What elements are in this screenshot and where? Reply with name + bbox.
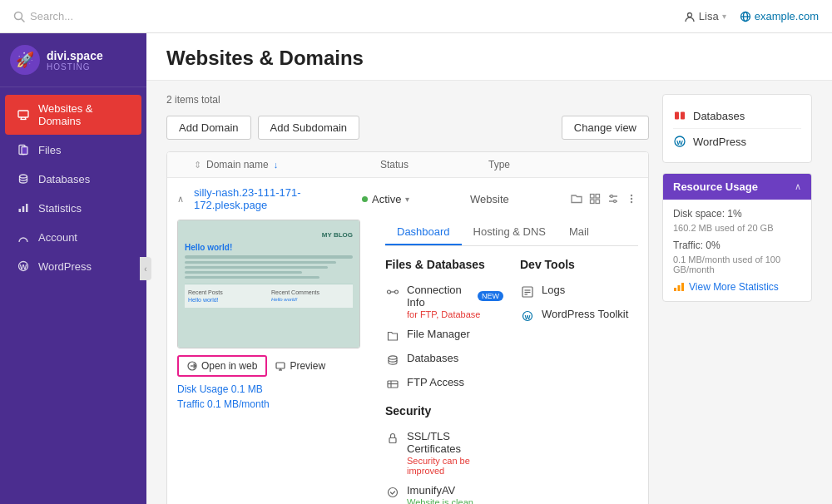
tab-mail[interactable]: Mail: [557, 220, 601, 245]
topbar-right: Lisa ▾ example.com: [684, 10, 819, 22]
expand-chevron[interactable]: ∧: [177, 194, 194, 205]
files-databases-title: Files & Databases: [385, 258, 503, 271]
domain-label: example.com: [755, 10, 819, 22]
svg-rect-59: [678, 285, 681, 291]
domain-link[interactable]: example.com: [740, 10, 819, 22]
traffic-stat-sub: 0.1 MB/month used of 100 GB/month: [673, 254, 801, 274]
sidebar-toggle[interactable]: ‹: [140, 257, 151, 280]
preview-actions: Open in web Preview: [177, 355, 369, 377]
sidebar-label-wordpress: WordPress: [38, 260, 92, 273]
table-header: ⇕ Domain name ↓ Status Type: [167, 152, 648, 178]
status-badge[interactable]: Active ▾: [362, 193, 470, 205]
monitor-icon: [17, 108, 30, 121]
svg-rect-24: [596, 200, 600, 204]
widget-link-databases[interactable]: Databases: [673, 103, 801, 129]
menu-item-file-manager[interactable]: File Manager: [385, 324, 503, 348]
tab-hosting-dns[interactable]: Hosting & DNS: [462, 220, 557, 245]
open-in-web-label: Open in web: [201, 360, 257, 372]
sliders-icon[interactable]: [607, 192, 620, 205]
svg-rect-15: [19, 209, 22, 212]
connection-info-text: Connection Info NEW for FTP, Database: [407, 284, 503, 319]
sidebar-label-websites: Websites & Domains: [38, 102, 130, 127]
sidebar: 🚀 divi.space HOSTING Websites & Domain: [0, 33, 146, 504]
search-area[interactable]: Search...: [13, 10, 73, 22]
connection-sublabel: for FTP, Database: [407, 309, 503, 319]
svg-text:🚀: 🚀: [16, 51, 35, 69]
add-subdomain-button[interactable]: Add Subdomain: [258, 116, 360, 140]
menu-item-databases[interactable]: Databases: [385, 348, 503, 372]
svg-text:W: W: [20, 263, 27, 271]
menu-item-imunify[interactable]: ImunifyAV Website is clean: [385, 480, 503, 504]
status-dot: [362, 196, 368, 202]
logo-icon: 🚀: [10, 45, 40, 75]
domain-name[interactable]: silly-nash.23-111-171-172.plesk.page: [194, 186, 362, 211]
folder-icon[interactable]: [570, 192, 583, 205]
main-panel: 2 items total Add Domain Add Subdomain C…: [166, 94, 649, 491]
domain-type: Website: [470, 193, 570, 205]
user-menu[interactable]: Lisa ▾: [684, 10, 726, 22]
sidebar-item-account[interactable]: Account: [5, 223, 141, 251]
svg-point-27: [611, 195, 613, 198]
logo-text: divi.space HOSTING: [47, 49, 103, 72]
col-domain-header: ⇕ Domain name ↓: [194, 159, 380, 170]
menu-item-wp-toolkit[interactable]: W WordPress Toolkit: [520, 304, 638, 328]
disk-stat: Disk space: 1%: [673, 208, 801, 220]
sidebar-item-websites[interactable]: Websites & Domains: [5, 95, 141, 135]
menu-item-ssl[interactable]: SSL/TLS Certificates Security can be imp…: [385, 426, 503, 480]
imunify-sublabel: Website is clean: [407, 497, 473, 504]
domain-row-icons: [570, 192, 638, 205]
domain-expanded: MY BLOG Hello world!: [167, 220, 648, 504]
svg-point-28: [614, 200, 617, 203]
search-icon: [13, 11, 25, 22]
database-icon: [17, 172, 30, 185]
change-view-button[interactable]: Change view: [562, 116, 649, 140]
bar-chart-icon: [673, 281, 685, 293]
tab-dashboard[interactable]: Dashboard: [385, 220, 462, 245]
sidebar-item-wordpress[interactable]: W WordPress: [5, 252, 141, 280]
resource-chevron[interactable]: ∧: [795, 181, 801, 192]
main-content: Websites & Domains 2 items total Add Dom…: [146, 33, 832, 504]
grid-icon[interactable]: [588, 192, 602, 205]
wp-toolkit-icon: W: [520, 309, 535, 324]
open-in-web-button[interactable]: Open in web: [177, 355, 267, 377]
svg-point-42: [389, 356, 397, 359]
svg-rect-36: [276, 363, 285, 368]
disk-stat-sub: 160.2 MB used of 20 GB: [673, 223, 801, 233]
sidebar-item-files[interactable]: Files: [5, 136, 141, 164]
databases-link-label: Databases: [693, 110, 745, 122]
user-label: Lisa: [699, 10, 719, 22]
domain-preview: MY BLOG Hello world!: [177, 220, 369, 504]
disk-label: Disk Usage: [177, 383, 228, 395]
domain-row-header: ∧ silly-nash.23-111-171-172.plesk.page A…: [167, 178, 648, 220]
svg-line-1: [22, 18, 25, 22]
view-more-stats-link[interactable]: View More Statistics: [673, 281, 801, 293]
menu-item-connection-info[interactable]: Connection Info NEW for FTP, Database: [385, 279, 503, 324]
add-domain-button[interactable]: Add Domain: [166, 116, 251, 140]
website-preview: MY BLOG Hello world!: [177, 220, 360, 348]
domain-col-label: Domain name: [206, 159, 269, 170]
account-icon: [17, 230, 30, 244]
widget-link-wordpress[interactable]: W WordPress: [673, 129, 801, 154]
imunify-icon: [385, 485, 400, 500]
new-badge: NEW: [478, 291, 503, 301]
logs-icon: [520, 284, 535, 299]
svg-point-40: [395, 290, 399, 294]
quick-links-widget: Databases W WordPress: [662, 94, 812, 163]
svg-point-2: [687, 12, 691, 17]
page-header: Websites & Domains: [146, 33, 832, 81]
traffic-stat: Traffic: 0%: [673, 240, 801, 251]
menu-item-logs[interactable]: Logs: [520, 279, 638, 304]
svg-rect-21: [591, 195, 595, 199]
statistics-icon: [17, 201, 30, 215]
wp-toolkit-label: WordPress Toolkit: [542, 308, 628, 320]
ftp-label: FTP Access: [407, 376, 464, 388]
sidebar-item-databases[interactable]: Databases: [5, 165, 141, 193]
sidebar-item-statistics[interactable]: Statistics: [5, 194, 141, 222]
user-icon: [684, 11, 696, 22]
traffic-label: Traffic: [177, 398, 205, 410]
preview-button[interactable]: Preview: [275, 360, 325, 372]
connection-icon: [385, 284, 400, 299]
more-icon[interactable]: [625, 192, 638, 205]
ftp-icon: [385, 377, 400, 392]
menu-item-ftp[interactable]: FTP Access: [385, 372, 503, 396]
